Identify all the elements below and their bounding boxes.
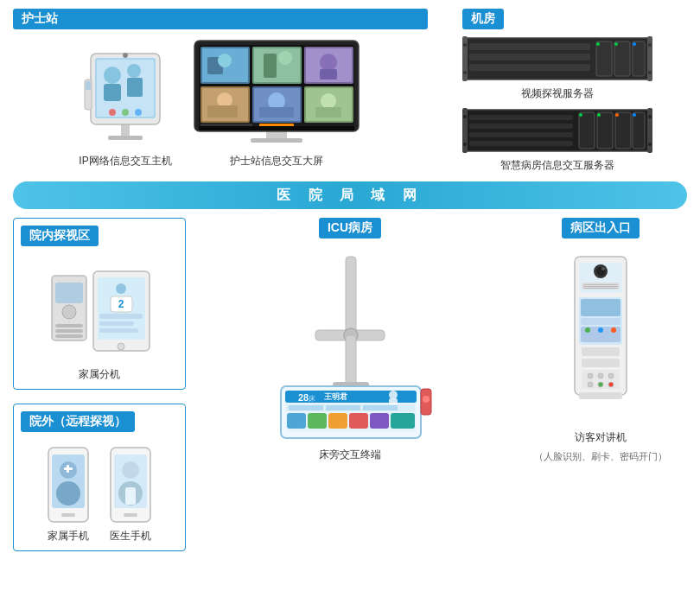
svg-rect-103 (61, 513, 75, 517)
smart-server-item: 智慧病房信息交互服务器 (462, 108, 652, 173)
network-bar: 医 院 局 域 网 (13, 181, 687, 209)
svg-text:王明君: 王明君 (324, 392, 348, 401)
network-bar-container: 医 院 局 域 网 (13, 181, 687, 209)
video-server-icon (462, 36, 652, 81)
svg-rect-93 (99, 314, 143, 319)
svg-rect-128 (308, 413, 327, 429)
svg-rect-127 (287, 413, 306, 429)
ip-host-item: IP网络信息交互主机 (78, 36, 173, 168)
ward-entrance-label: 病区出入口 (562, 218, 640, 238)
svg-rect-65 (469, 124, 573, 129)
svg-rect-130 (349, 413, 368, 429)
svg-rect-25 (264, 54, 277, 78)
svg-point-139 (601, 267, 605, 270)
svg-point-156 (608, 373, 614, 378)
svg-point-12 (109, 109, 116, 116)
svg-rect-52 (614, 41, 630, 76)
svg-rect-113 (346, 335, 356, 387)
ip-host-label: IP网络信息交互主机 (79, 154, 171, 168)
icu-label: ICU病房 (319, 218, 381, 238)
visitor-intercom-item: 访客对讲机 （人脸识别、刷卡、密码开门） (534, 252, 667, 463)
page-container: 护士站 (0, 0, 700, 560)
svg-rect-129 (328, 413, 347, 429)
svg-rect-71 (633, 112, 645, 149)
video-server-item: 视频探视服务器 (462, 36, 652, 101)
svg-rect-42 (315, 107, 341, 118)
svg-rect-131 (370, 413, 389, 429)
svg-point-79 (463, 143, 467, 146)
svg-rect-87 (55, 334, 83, 338)
svg-rect-132 (391, 413, 415, 429)
doctor-phone-icon (108, 446, 153, 524)
svg-rect-30 (320, 69, 337, 79)
server-room-label: 机房 (462, 9, 504, 29)
svg-rect-77 (647, 108, 652, 153)
svg-point-13 (122, 109, 129, 116)
svg-rect-69 (597, 112, 613, 149)
svg-point-62 (648, 71, 652, 74)
svg-rect-86 (55, 329, 83, 333)
svg-rect-50 (469, 64, 590, 71)
indoor-zone-label: 院内探视区 (21, 226, 99, 246)
svg-point-73 (597, 113, 601, 117)
visitor-intercom-sub-label: （人脸识别、刷卡、密码开门） (534, 450, 667, 463)
svg-point-72 (579, 113, 582, 117)
svg-rect-122 (389, 398, 398, 404)
icu-section: ICU病房 (229, 218, 471, 462)
outdoor-zone-label: 院外（远程探视） (21, 411, 135, 432)
svg-rect-49 (469, 54, 590, 60)
svg-rect-152 (582, 359, 620, 367)
svg-text:2: 2 (118, 298, 124, 310)
svg-point-9 (123, 53, 128, 58)
svg-rect-66 (469, 132, 573, 137)
svg-point-59 (463, 43, 467, 47)
svg-point-134 (423, 396, 430, 403)
smart-server-label: 智慧病房信息交互服务器 (500, 158, 614, 173)
svg-rect-11 (86, 81, 91, 90)
bedside-terminal-item: 28 床 王明君 (246, 252, 454, 462)
svg-rect-76 (462, 108, 468, 153)
svg-rect-51 (596, 41, 612, 76)
svg-rect-110 (346, 257, 356, 334)
svg-rect-64 (469, 115, 573, 120)
family-intercom-item: 2 家属分机 (21, 258, 178, 382)
svg-rect-48 (469, 43, 590, 50)
visitor-intercom-label: 访客对讲机 (575, 430, 627, 445)
svg-rect-53 (633, 41, 645, 76)
doctor-phone-label: 医生手机 (110, 529, 151, 544)
smart-server-icon (462, 108, 652, 153)
svg-point-26 (278, 51, 292, 65)
svg-point-61 (648, 43, 652, 47)
svg-rect-125 (326, 405, 360, 410)
svg-rect-141 (583, 284, 618, 285)
svg-point-154 (588, 373, 593, 378)
svg-point-90 (116, 283, 126, 294)
family-phone-label: 家属手机 (48, 529, 89, 544)
svg-point-84 (62, 305, 76, 319)
svg-point-60 (463, 71, 467, 74)
outdoor-zone-section: 院外（远程探视） (13, 404, 186, 551)
svg-point-159 (608, 382, 614, 387)
svg-rect-108 (125, 487, 136, 505)
svg-rect-109 (124, 513, 137, 517)
family-intercom-icon: 2 (43, 258, 156, 362)
svg-rect-58 (647, 36, 652, 81)
svg-rect-8 (127, 78, 143, 97)
svg-rect-160 (579, 392, 622, 399)
nurse-station-label: 护士站 (13, 9, 428, 29)
svg-point-149 (598, 327, 603, 333)
svg-rect-85 (55, 324, 83, 327)
ip-host-icon (78, 36, 173, 149)
svg-point-14 (135, 109, 142, 116)
svg-text:28: 28 (298, 392, 309, 403)
bedside-terminal-icon: 28 床 王明君 (246, 252, 454, 442)
svg-rect-102 (67, 465, 69, 473)
svg-rect-34 (207, 105, 238, 118)
svg-rect-46 (199, 126, 354, 130)
svg-point-81 (648, 143, 652, 146)
svg-point-148 (585, 327, 590, 333)
svg-point-54 (596, 42, 600, 46)
svg-rect-126 (363, 405, 398, 410)
svg-point-150 (611, 327, 616, 333)
svg-rect-142 (583, 286, 618, 287)
